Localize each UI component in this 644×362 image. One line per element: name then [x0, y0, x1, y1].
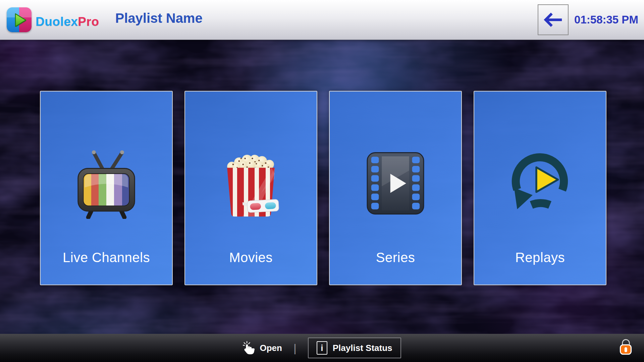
info-square-icon: i [317, 341, 327, 355]
header-right-group: 01:58:35 PM [538, 4, 644, 35]
footer-bar: Open | i Playlist Status [0, 334, 644, 362]
card-replays[interactable]: Replays [474, 91, 606, 285]
open-label: Open [260, 343, 282, 353]
playlist-status-label: Playlist Status [333, 343, 392, 353]
app-brand: DuolexPro [36, 11, 99, 29]
card-label: Movies [185, 250, 317, 265]
card-label: Series [330, 250, 461, 265]
replay-arrow-play-icon [508, 153, 572, 216]
card-series[interactable]: Series [329, 91, 462, 285]
popcorn-3d-glasses-icon [222, 148, 280, 220]
tv-icon [73, 148, 139, 220]
header-bar: DuolexPro Playlist Name 01:58:35 PM [0, 0, 644, 40]
card-movies[interactable]: Movies [184, 91, 317, 285]
page-title: Playlist Name [115, 11, 203, 26]
footer-separator: | [293, 342, 297, 355]
brand-name-primary: Duolex [36, 15, 78, 28]
card-label: Live Channels [41, 250, 172, 265]
open-button[interactable]: Open [243, 341, 282, 355]
card-live-channels[interactable]: Live Channels [40, 91, 173, 285]
hand-click-icon [243, 341, 255, 355]
lock-icon[interactable] [619, 338, 633, 358]
playlist-status-button[interactable]: i Playlist Status [308, 338, 401, 358]
back-button[interactable] [538, 4, 569, 35]
arrow-left-icon [543, 10, 564, 29]
menu-grid: Live Channels [40, 91, 606, 285]
film-strip-play-icon [367, 152, 424, 216]
footer-actions: Open | i Playlist Status [0, 334, 644, 362]
card-label: Replays [474, 250, 606, 265]
clock: 01:58:35 PM [569, 13, 644, 26]
brand-name-secondary: Pro [78, 15, 99, 28]
duolexpro-logo-play-icon [7, 7, 32, 32]
